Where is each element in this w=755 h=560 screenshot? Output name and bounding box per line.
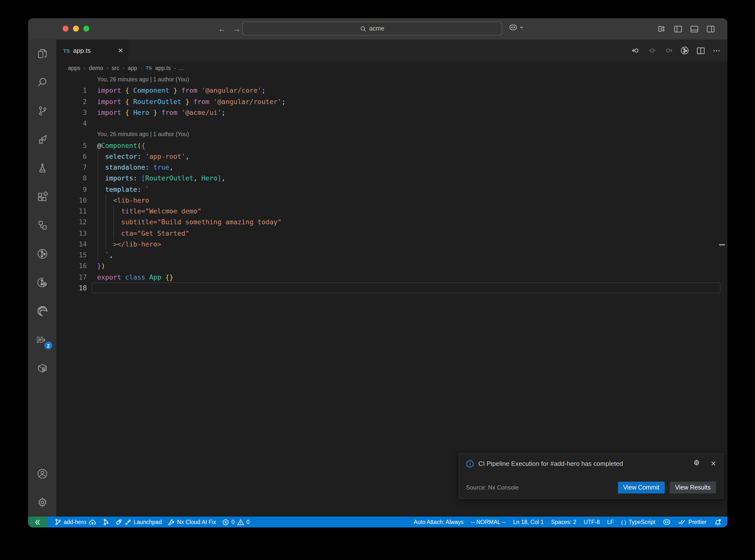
explorer-icon[interactable]: [28, 39, 56, 68]
toggle-panel-icon[interactable]: [690, 25, 698, 32]
vim-mode-status[interactable]: -- NORMAL --: [471, 519, 506, 525]
code-line[interactable]: 6 selector: 'app-root',: [56, 151, 728, 162]
indentation-status[interactable]: Spaces: 2: [551, 519, 576, 525]
line-number[interactable]: 5: [56, 140, 87, 151]
code-line[interactable]: 15 `,: [56, 249, 728, 261]
overview-ruler-marker: [719, 244, 725, 245]
blame-annotation[interactable]: You, 26 minutes ago | 1 author (You): [56, 74, 728, 85]
tab-app-ts[interactable]: TS app.ts ✕: [56, 39, 128, 62]
line-number[interactable]: 12: [56, 217, 87, 228]
current-change-icon[interactable]: [648, 47, 656, 54]
container-tools-icon[interactable]: [28, 354, 56, 382]
line-number[interactable]: 18: [56, 282, 87, 294]
line-number[interactable]: 11: [56, 205, 87, 217]
code-line[interactable]: 5@Component({: [56, 140, 728, 151]
run-debug-icon[interactable]: [28, 125, 56, 154]
breadcrumb-file[interactable]: app.ts: [155, 65, 171, 71]
line-number[interactable]: 6: [56, 151, 87, 162]
code-line[interactable]: 17export class App {}: [56, 272, 728, 282]
split-editor-icon[interactable]: [697, 47, 705, 54]
breadcrumb-item[interactable]: apps: [68, 65, 80, 71]
zoom-window-button[interactable]: [83, 26, 89, 32]
nx-badge: 2: [44, 342, 52, 349]
code-line[interactable]: 1import { Component } from '@angular/cor…: [56, 85, 728, 96]
git-branch-status[interactable]: add-hero: [55, 519, 96, 525]
code-line[interactable]: 18: [56, 282, 728, 294]
code-line[interactable]: 8 imports: [RouterOutlet, Hero],: [56, 173, 728, 184]
notification-settings-gear-icon[interactable]: [693, 459, 700, 468]
line-number[interactable]: 14: [56, 239, 87, 250]
line-number[interactable]: 15: [56, 249, 87, 261]
commit-graph-status[interactable]: [103, 519, 109, 525]
notifications-bell[interactable]: [714, 518, 721, 526]
gitlens-icon[interactable]: [28, 240, 56, 268]
navigate-forward-button[interactable]: →: [233, 24, 241, 33]
code-line[interactable]: 10 <lib-hero: [56, 195, 728, 206]
toggle-secondary-sidebar-icon[interactable]: [707, 25, 715, 32]
testing-icon[interactable]: [28, 154, 56, 182]
copilot-menu[interactable]: [509, 24, 524, 31]
prettier-status[interactable]: Prettier: [678, 519, 707, 525]
view-results-button[interactable]: View Results: [670, 482, 716, 494]
navigate-back-button[interactable]: ←: [218, 24, 226, 33]
breadcrumb-item[interactable]: demo: [89, 65, 103, 71]
code-line[interactable]: 2import { RouterOutlet } from '@angular/…: [56, 96, 728, 107]
problems-status[interactable]: 0 0: [222, 519, 250, 525]
notification-close-icon[interactable]: ✕: [711, 460, 716, 467]
line-number[interactable]: 2: [56, 96, 87, 107]
breadcrumb-item[interactable]: app: [128, 65, 137, 71]
accounts-icon[interactable]: [28, 459, 56, 488]
breadcrumb-item[interactable]: src: [112, 65, 119, 71]
edge-tools-icon[interactable]: [28, 297, 56, 325]
blame-annotation[interactable]: You, 26 minutes ago | 1 author (You): [56, 129, 728, 140]
commit-graph-icon[interactable]: [680, 46, 689, 55]
line-number[interactable]: 4: [56, 118, 87, 129]
settings-gear-icon[interactable]: [28, 488, 56, 517]
minimize-window-button[interactable]: [73, 26, 79, 32]
nx-console-icon[interactable]: N› 2: [28, 325, 56, 354]
customize-layout-icon[interactable]: [657, 25, 666, 33]
line-number[interactable]: 1: [56, 85, 87, 96]
toggle-primary-sidebar-icon[interactable]: [674, 25, 682, 32]
code-line[interactable]: 3import { Hero } from '@acme/ui';: [56, 107, 728, 118]
launchpad-status[interactable]: Launchpad: [115, 519, 162, 525]
encoding-status[interactable]: UTF-8: [584, 519, 600, 525]
line-number[interactable]: 3: [56, 107, 87, 118]
line-number[interactable]: 16: [56, 261, 87, 272]
search-view-icon[interactable]: [28, 68, 56, 97]
next-change-icon[interactable]: [664, 47, 673, 54]
code-line[interactable]: 12 subtitle="Build something amazing tod…: [56, 217, 728, 228]
linked-squares-icon[interactable]: [28, 211, 56, 240]
more-actions-icon[interactable]: [713, 47, 720, 54]
line-number[interactable]: 8: [56, 173, 87, 184]
line-number[interactable]: 13: [56, 227, 87, 239]
previous-change-icon[interactable]: [632, 47, 640, 54]
eol-status[interactable]: LF: [607, 519, 614, 525]
code-line[interactable]: 7 standalone: true,: [56, 162, 728, 173]
tab-close-icon[interactable]: ✕: [118, 47, 123, 54]
code-line[interactable]: 4: [56, 118, 728, 129]
line-number[interactable]: 7: [56, 162, 87, 173]
breadcrumb-tail[interactable]: ...: [179, 65, 184, 71]
gitlens-inspect-icon[interactable]: [28, 268, 56, 297]
auto-attach-status[interactable]: Auto Attach: Always: [414, 519, 463, 525]
line-number[interactable]: 17: [56, 272, 87, 282]
code-line[interactable]: 16}): [56, 261, 728, 272]
view-commit-button[interactable]: View Commit: [618, 482, 665, 494]
extensions-icon[interactable]: [28, 182, 56, 211]
code-line[interactable]: 11 title="Welcmoe demo": [56, 205, 728, 217]
code-line[interactable]: 13 cta="Get Started": [56, 227, 728, 239]
cursor-position-status[interactable]: Ln 18, Col 1: [513, 519, 544, 525]
line-number[interactable]: 10: [56, 195, 87, 206]
source-control-icon[interactable]: [28, 97, 56, 125]
close-window-button[interactable]: [63, 26, 68, 32]
copilot-status[interactable]: [663, 519, 671, 525]
language-mode-status[interactable]: { }TypeScript: [621, 519, 655, 525]
code-editor[interactable]: You, 26 minutes ago | 1 author (You)1imp…: [56, 74, 728, 517]
code-line[interactable]: 9 template: `: [56, 184, 728, 195]
line-number[interactable]: 9: [56, 184, 87, 195]
command-center-search[interactable]: acme: [242, 22, 502, 36]
nx-cloud-fix-status[interactable]: Nx Cloud AI Fix: [168, 519, 216, 525]
remote-indicator[interactable]: [28, 517, 48, 527]
code-line[interactable]: 14 ></lib-hero>: [56, 239, 728, 250]
